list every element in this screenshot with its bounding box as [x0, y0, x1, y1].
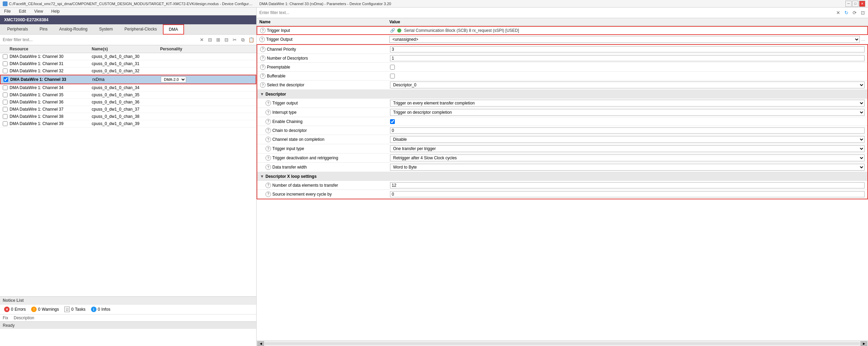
help-trigger-input-type[interactable]: ?	[265, 146, 271, 151]
left-title-bar: C:/Facelift_CE/local_xmc72_spi_dma/COMPO…	[0, 0, 257, 8]
scroll-right-button[interactable]: ▶	[860, 341, 867, 346]
clear-filter-button[interactable]: ✕	[198, 36, 206, 44]
row-35-checkbox[interactable]	[3, 92, 8, 97]
row-36-checkbox[interactable]	[3, 100, 8, 104]
chain-to-descriptor-input[interactable]	[390, 127, 865, 134]
tab-analog-routing[interactable]: Analog-Routing	[53, 24, 93, 34]
filter-button[interactable]: ⊟	[206, 36, 214, 44]
data-transfer-width-dropdown[interactable]: Word to Byte	[390, 164, 865, 171]
row-34-checkbox[interactable]	[3, 85, 8, 90]
interrupt-type-dropdown[interactable]: Trigger on descriptor completion	[390, 109, 865, 116]
descriptor-x-loop-label: Descriptor X loop settings	[265, 174, 316, 179]
tab-system[interactable]: System	[93, 24, 119, 34]
help-trigger-output[interactable]: ?	[259, 37, 265, 42]
row-30-checkbox[interactable]	[3, 54, 8, 59]
table-row[interactable]: DMA DataWire 1: Channel 37 cpuss_0_dw1_0…	[0, 106, 256, 113]
num-data-elements-input[interactable]	[390, 182, 865, 188]
help-num-descriptors[interactable]: ?	[260, 55, 265, 61]
help-source-increment[interactable]: ?	[265, 191, 271, 197]
right-filter-input[interactable]	[258, 10, 834, 16]
table-row[interactable]: DMA DataWire 1: Channel 30 cpuss_0_dw1_0…	[0, 53, 256, 60]
notice-warnings[interactable]: ! 0 Warnings	[31, 307, 59, 312]
help-enable-chaining[interactable]: ?	[265, 119, 271, 124]
help-chain-to-descriptor[interactable]: ?	[265, 128, 271, 133]
enable-chaining-checkbox[interactable]	[390, 119, 395, 124]
select-descriptor-dropdown[interactable]: Descriptor_0	[390, 82, 865, 88]
tab-peripheral-clocks[interactable]: Peripheral-Clocks	[119, 24, 163, 34]
notice-errors[interactable]: ✕ 0 Errors	[4, 307, 26, 312]
menu-edit[interactable]: Edit	[17, 8, 27, 14]
menu-help[interactable]: Help	[50, 8, 61, 14]
help-channel-priority[interactable]: ?	[260, 47, 265, 52]
row-31-checkbox[interactable]	[3, 61, 8, 66]
right-window-button[interactable]: ⊡	[859, 9, 867, 16]
trigger-output-more[interactable]: …	[861, 37, 865, 42]
row-33-personality-dropdown[interactable]: DMA-2.0	[161, 76, 186, 83]
cut-button[interactable]: ✂	[231, 36, 238, 44]
expand-all-button[interactable]: ⊟	[223, 36, 230, 44]
right-clear-button[interactable]: ✕	[834, 9, 842, 16]
help-channel-state[interactable]: ?	[265, 137, 271, 142]
table-row[interactable]: DMA DataWire 1: Channel 34 cpuss_0_dw1_0…	[0, 84, 256, 91]
row-39-checkbox[interactable]	[3, 121, 8, 126]
scroll-left-button[interactable]: ◀	[257, 341, 264, 346]
col-personality: Personality	[160, 47, 254, 51]
close-button[interactable]: ✕	[859, 1, 865, 7]
help-bufferable[interactable]: ?	[260, 73, 265, 79]
right-refresh-button[interactable]: ↻	[843, 9, 850, 16]
table-row[interactable]: DMA DataWire 1: Channel 35 cpuss_0_dw1_0…	[0, 91, 256, 99]
left-filter-input[interactable]	[1, 37, 197, 43]
trigger-input-type-dropdown[interactable]: One transfer per trigger	[390, 145, 865, 152]
descriptor-x-loop-expand-icon[interactable]: ▼	[260, 174, 264, 179]
right-restore-button[interactable]: ⟳	[851, 9, 858, 16]
collapse-all-button[interactable]: ⊞	[215, 36, 222, 44]
minimize-button[interactable]: ─	[845, 1, 852, 7]
source-increment-input[interactable]	[390, 191, 865, 197]
warning-icon: !	[31, 307, 37, 312]
help-interrupt-type[interactable]: ?	[265, 110, 271, 115]
trigger-output-label: Trigger Output	[266, 37, 293, 42]
table-row[interactable]: DMA DataWire 1: Channel 36 cpuss_0_dw1_0…	[0, 99, 256, 106]
table-row[interactable]: DMA DataWire 1: Channel 31 cpuss_0_dw1_0…	[0, 60, 256, 67]
tab-pins[interactable]: Pins	[34, 24, 53, 34]
copy-button[interactable]: ⧉	[239, 36, 247, 44]
trigger-output-desc-dropdown[interactable]: Trigger on every element transfer comple…	[390, 100, 865, 107]
channel-priority-input[interactable]	[390, 46, 865, 52]
help-trigger-deactivation[interactable]: ?	[265, 155, 271, 161]
row-38-checkbox[interactable]	[3, 114, 8, 119]
tab-dma[interactable]: DMA	[163, 24, 184, 35]
help-preemptable[interactable]: ?	[260, 64, 265, 70]
num-descriptors-input[interactable]	[390, 55, 865, 61]
interrupt-type-label: Interrupt type	[272, 110, 297, 115]
tab-peripherals[interactable]: Peripherals	[1, 24, 34, 34]
table-row[interactable]: DMA DataWire 1: Channel 38 cpuss_0_dw1_0…	[0, 113, 256, 120]
notice-tasks[interactable]: ☑ 0 Tasks	[64, 307, 85, 312]
info-icon: i	[91, 307, 96, 312]
horizontal-scrollbar[interactable]: ◀ ▶	[257, 341, 868, 346]
help-num-data-elements[interactable]: ?	[265, 183, 271, 188]
param-channel-priority: ? Channel Priority	[257, 45, 867, 54]
trigger-deactivation-dropdown[interactable]: Retrigger after 4 Slow Clock cycles	[390, 155, 865, 161]
row-33-checkbox[interactable]	[3, 77, 8, 82]
table-row-selected[interactable]: DMA DataWire 1: Channel 33 rxDma DMA-2.0	[0, 75, 256, 84]
help-trigger-output-desc[interactable]: ?	[265, 100, 271, 106]
notice-infos[interactable]: i 0 Infos	[91, 307, 111, 312]
descriptor-expand-icon[interactable]: ▼	[260, 92, 264, 97]
scrollbar-track[interactable]	[265, 342, 860, 345]
table-row[interactable]: DMA DataWire 1: Channel 39 cpuss_0_dw1_0…	[0, 120, 256, 127]
preemptable-checkbox[interactable]	[390, 65, 395, 70]
param-trigger-output: ? Trigger Output <unassigned> …	[257, 35, 868, 44]
menu-view[interactable]: View	[33, 8, 44, 14]
table-row[interactable]: DMA DataWire 1: Channel 32 cpuss_0_dw1_0…	[0, 67, 256, 75]
help-select-descriptor[interactable]: ?	[260, 82, 265, 88]
channel-state-dropdown[interactable]: Disable	[390, 136, 865, 143]
help-trigger-input[interactable]: ?	[260, 28, 265, 33]
trigger-output-dropdown[interactable]: <unassigned>	[389, 36, 860, 43]
bufferable-checkbox[interactable]	[390, 74, 395, 78]
help-data-transfer-width[interactable]: ?	[265, 164, 271, 170]
row-32-checkbox[interactable]	[3, 69, 8, 73]
maximize-button[interactable]: □	[852, 1, 858, 7]
row-37-checkbox[interactable]	[3, 107, 8, 112]
paste-button[interactable]: 📋	[247, 36, 255, 44]
menu-file[interactable]: File	[3, 8, 12, 14]
